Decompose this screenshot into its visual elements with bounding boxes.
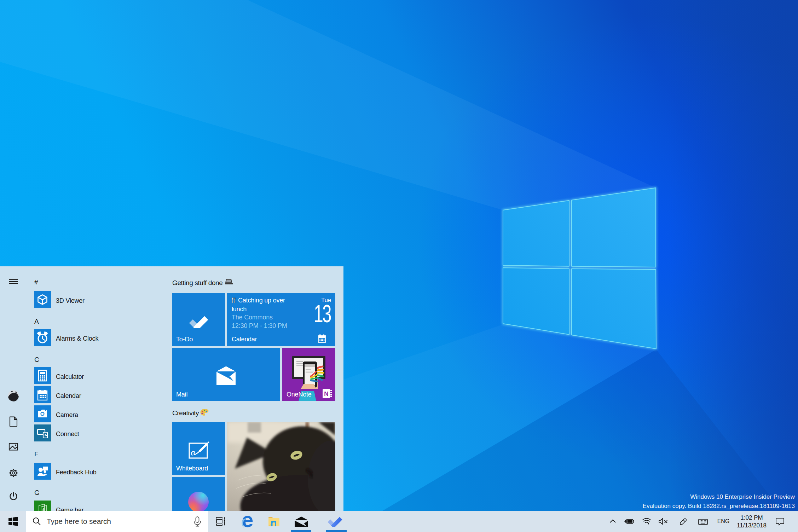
svg-text:N: N xyxy=(324,391,328,397)
